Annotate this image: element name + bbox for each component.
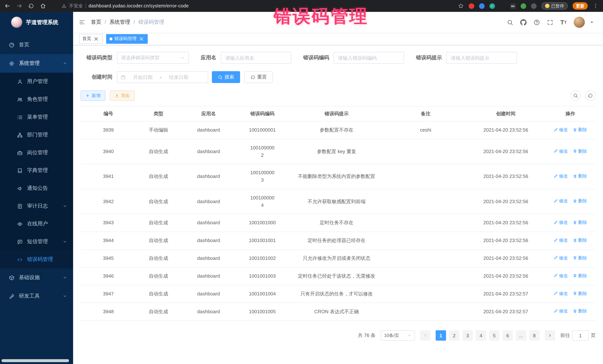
edit-link[interactable]: 修改 <box>554 290 568 297</box>
edit-link[interactable]: 修改 <box>554 308 568 315</box>
extension-icon-green[interactable] <box>521 3 526 9</box>
edit-link[interactable]: 修改 <box>554 272 568 279</box>
reload-icon[interactable] <box>28 3 34 9</box>
export-button[interactable]: 导出 <box>110 90 135 101</box>
page-button[interactable]: 2 <box>449 331 459 341</box>
cell-message: CRON 表达式不正确 <box>288 303 385 321</box>
browser-menu-dots-icon[interactable] <box>593 3 599 9</box>
page-button[interactable]: ... <box>516 331 526 341</box>
cell-id: 3943 <box>81 214 136 232</box>
add-button[interactable]: 新增 <box>81 90 105 101</box>
sidebar-item-menus[interactable]: 菜单管理 <box>0 108 73 126</box>
delete-link[interactable]: 删除 <box>573 237 587 243</box>
bookmark-star-icon[interactable] <box>458 3 464 9</box>
sidebar-item-notice[interactable]: 通知公告 <box>0 179 73 197</box>
browser-home-icon[interactable] <box>40 3 46 9</box>
end-date-input[interactable] <box>163 74 194 80</box>
font-size-icon[interactable]: TT <box>560 19 567 25</box>
delete-link[interactable]: 删除 <box>573 198 587 204</box>
start-date-input[interactable] <box>127 74 158 80</box>
forward-icon[interactable] <box>16 3 22 9</box>
user-avatar[interactable] <box>574 17 585 28</box>
fullscreen-button[interactable] <box>547 19 553 25</box>
toggle-search-button[interactable] <box>570 90 581 101</box>
delete-link[interactable]: 删除 <box>573 173 587 180</box>
edit-link-label: 修改 <box>559 173 568 180</box>
delete-link[interactable]: 删除 <box>573 290 587 297</box>
edit-link[interactable]: 修改 <box>554 237 568 243</box>
page-button[interactable]: 1 <box>436 331 446 341</box>
sidebar-item-roles[interactable]: 角色管理 <box>0 90 73 108</box>
close-icon[interactable] <box>93 36 99 42</box>
delete-link[interactable]: 删除 <box>573 272 587 279</box>
next-page-button[interactable] <box>545 331 555 341</box>
delete-link[interactable]: 删除 <box>573 308 587 315</box>
edit-link[interactable]: 修改 <box>554 126 568 133</box>
hamburger-icon[interactable] <box>79 19 85 25</box>
delete-link-label: 删除 <box>578 308 587 315</box>
docs-help-button[interactable] <box>533 19 540 25</box>
page-button[interactable]: 5 <box>489 331 499 341</box>
edit-link[interactable]: 修改 <box>554 148 568 154</box>
error-code-type-select[interactable]: 请选择错误码类型 <box>117 52 189 64</box>
app-name-input[interactable] <box>221 52 291 64</box>
edit-link[interactable]: 修改 <box>554 198 568 204</box>
sidebar-item-dev-tools[interactable]: 研发工具 <box>0 287 73 305</box>
sidebar-item-users[interactable]: 用户管理 <box>0 73 73 90</box>
delete-link[interactable]: 删除 <box>573 148 587 154</box>
address-bar[interactable]: 不安全 dashboard.yudao.iocoder.cn/system/er… <box>62 3 189 9</box>
sidebar-item-depts[interactable]: 部门管理 <box>0 126 73 144</box>
date-range-picker[interactable]: - <box>117 71 208 83</box>
page-button[interactable]: 6 <box>502 331 513 341</box>
close-icon[interactable] <box>139 36 144 42</box>
browser-update-button[interactable]: 更新 <box>573 2 588 10</box>
extension-icon-blue[interactable] <box>479 3 485 9</box>
header-search-button[interactable] <box>507 19 513 25</box>
sidebar-item-home[interactable]: 首页 <box>0 36 73 54</box>
tab-home[interactable]: 首页 <box>79 34 103 44</box>
delete-link[interactable]: 删除 <box>573 219 587 226</box>
sidebar-item-infra[interactable]: 基础设施 <box>0 268 73 287</box>
extension-icon-red[interactable] <box>468 3 474 9</box>
sidebar-item-audit-log[interactable]: 审计日志 <box>0 197 73 215</box>
extension-icon-dark[interactable] <box>531 3 536 9</box>
sidebar-item-online-users[interactable]: 在线用户 <box>0 215 73 233</box>
page-button[interactable]: 8 <box>529 331 540 341</box>
page-button[interactable]: 4 <box>476 331 486 341</box>
tab-error-code[interactable]: 错误码管理 <box>106 34 148 44</box>
prev-page-button[interactable] <box>420 331 430 341</box>
search-button[interactable]: 搜索 <box>212 71 240 83</box>
sidebar-item-system-management[interactable]: 系统管理 <box>0 54 73 73</box>
breadcrumb-item[interactable]: 错误码管理 <box>139 19 164 26</box>
delete-link-label: 删除 <box>578 148 587 154</box>
refresh-table-button[interactable] <box>585 90 596 101</box>
delete-link[interactable]: 删除 <box>573 126 587 133</box>
breadcrumb-item[interactable]: 系统管理 <box>109 19 139 26</box>
extension-icon-grid[interactable] <box>500 3 505 9</box>
error-code-input[interactable] <box>334 52 404 64</box>
edit-link[interactable]: 修改 <box>554 173 568 180</box>
caret-down-icon[interactable] <box>589 19 595 25</box>
extension-icon-on[interactable]: on <box>510 3 516 9</box>
github-link[interactable] <box>520 19 527 25</box>
sidebar-scrollbar[interactable] <box>1 359 69 362</box>
paused-extension-badge[interactable]: 已暂停 <box>541 2 568 10</box>
sidebar-item-sms[interactable]: 短信管理 <box>0 233 73 251</box>
delete-link[interactable]: 删除 <box>573 254 587 261</box>
back-icon[interactable] <box>4 3 10 9</box>
error-hint-input[interactable] <box>446 52 517 64</box>
reset-button[interactable]: 重置 <box>244 71 273 83</box>
edit-link[interactable]: 修改 <box>554 219 568 226</box>
breadcrumb-item[interactable]: 首页 <box>91 19 109 26</box>
edit-link[interactable]: 修改 <box>554 254 568 261</box>
sidebar-item-posts[interactable]: 岗位管理 <box>0 144 73 162</box>
page-size-select[interactable]: 10条/页 <box>381 331 415 341</box>
sidebar-other-sections: 基础设施 研发工具 <box>0 268 73 305</box>
app-logo[interactable]: 芋道管理系统 <box>0 12 73 33</box>
goto-page-input[interactable] <box>572 331 589 341</box>
sidebar-item-dict[interactable]: 字典管理 <box>0 162 73 179</box>
extension-icon-teal[interactable]: ✓ <box>489 3 495 9</box>
cell-remark <box>385 189 466 214</box>
page-button[interactable]: 3 <box>462 331 473 341</box>
sidebar-item-error-code[interactable]: 错误码管理 <box>0 251 73 268</box>
